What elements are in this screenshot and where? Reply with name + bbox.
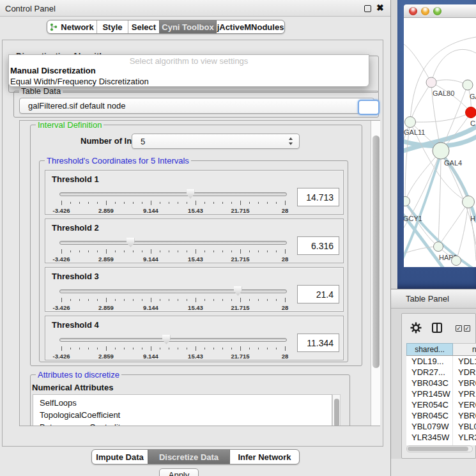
network-node[interactable] xyxy=(433,142,449,159)
columns-icon[interactable] xyxy=(432,323,442,333)
apply-button[interactable]: Apply xyxy=(159,468,199,476)
threshold-value-field[interactable]: 6.316 xyxy=(297,236,339,255)
network-node[interactable] xyxy=(463,80,473,90)
group-title: Interval Definition xyxy=(36,121,104,130)
threshold-4-slider[interactable]: -3.4262.8599.14415.4321.71528 xyxy=(59,335,287,360)
numerical-attributes-list[interactable]: SelfLoopsTopologicalCoefficientBetweenne… xyxy=(33,394,332,426)
stepper-icon xyxy=(289,137,293,145)
zoom-traffic-light-icon[interactable] xyxy=(433,7,441,15)
algorithm-combobox[interactable] xyxy=(358,100,380,115)
slider-thumb[interactable] xyxy=(127,238,135,247)
table-row[interactable]: YLR345WYLR3 xyxy=(406,432,476,443)
network-node[interactable] xyxy=(434,242,443,252)
minimize-traffic-light-icon[interactable] xyxy=(421,7,429,15)
column-header-name[interactable]: na xyxy=(453,343,476,355)
threshold-2-panel: Threshold 2 -3.4262.8599.14415.4321.7152… xyxy=(45,219,344,263)
slider-track[interactable] xyxy=(59,338,287,342)
cyni-toolbox-panel: Discretization Algorithm Table Data galF… xyxy=(2,40,383,447)
tab-style[interactable]: Style xyxy=(96,20,128,33)
table-body: YDL19...YDL1YDR27...YDR2YBR043CYBR0YPR14… xyxy=(406,356,476,445)
number-of-intervals-combobox[interactable]: 5 xyxy=(132,134,300,149)
settings-scrollbar[interactable] xyxy=(371,121,380,426)
tab-label: Select xyxy=(132,22,156,32)
slider-tick-labels: -3.4262.8599.14415.4321.71528 xyxy=(59,353,287,359)
scrollbar-thumb[interactable] xyxy=(372,135,380,368)
threshold-3-panel: Threshold 3 -3.4262.8599.14415.4321.7152… xyxy=(45,267,344,312)
close-icon[interactable]: ✖ xyxy=(376,3,384,13)
attribute-item[interactable]: SelfLoops xyxy=(33,397,332,409)
control-panel-window: Control Panel ✖ Network Style Select Cyn… xyxy=(0,0,391,476)
checkbox-icon[interactable]: ✓ xyxy=(456,325,462,332)
network-node[interactable] xyxy=(405,117,416,128)
threshold-label: Threshold 1 xyxy=(52,174,99,184)
tab-select[interactable]: Select xyxy=(128,20,159,33)
tick-label: 15.43 xyxy=(188,256,203,263)
group-title: Threshold's Coordinates for 5 Intervals xyxy=(45,156,191,165)
float-window-icon[interactable] xyxy=(364,5,371,12)
table-cell: YBL0 xyxy=(453,421,476,432)
tick-label: 9.144 xyxy=(143,304,158,311)
table-row[interactable]: YBR045CYBR0 xyxy=(406,410,476,421)
threshold-3-slider[interactable]: -3.4262.8599.14415.4321.71528 xyxy=(59,287,287,311)
settings-viewport: Interval Definition Number of Intervals … xyxy=(20,121,371,426)
slider-track[interactable] xyxy=(59,192,287,196)
settings-scrollpane: Interval Definition Number of Intervals … xyxy=(19,120,380,426)
slider-tick-labels: -3.4262.8599.14415.4321.71528 xyxy=(59,256,287,262)
threshold-label: Threshold 3 xyxy=(52,272,99,281)
threshold-value-field[interactable]: 11.344 xyxy=(297,334,339,352)
combobox-value: galFiltered.sif default node xyxy=(28,98,125,114)
dropdown-option-manual[interactable]: Manual Discretization xyxy=(9,65,369,76)
network-node[interactable] xyxy=(404,197,410,206)
tick-label: -3.426 xyxy=(53,353,70,360)
table-row[interactable]: YDL19...YDL1 xyxy=(406,356,476,367)
tab-discretize-data[interactable]: Discretize Data xyxy=(148,450,229,464)
network-canvas[interactable]: GAL80GACGAL11GAL4GCY1HHAP2 xyxy=(404,18,476,267)
gear-icon[interactable] xyxy=(410,322,422,334)
attributes-scrollbar[interactable] xyxy=(332,394,341,426)
slider-ticks xyxy=(59,298,287,303)
slider-thumb[interactable] xyxy=(162,335,171,344)
close-traffic-light-icon[interactable] xyxy=(409,7,417,15)
tab-label: Style xyxy=(102,22,122,32)
scrollbar-thumb[interactable] xyxy=(334,399,339,426)
tick-label: 21.715 xyxy=(231,353,249,360)
table-row[interactable]: YBL079WYBL0 xyxy=(406,421,476,432)
slider-track[interactable] xyxy=(59,289,287,293)
threshold-value-field[interactable]: 21.4 xyxy=(297,285,339,303)
tab-jactivemnodules[interactable]: jActiveMNodules xyxy=(216,20,284,33)
column-header-shared-name[interactable]: shared... xyxy=(406,343,453,355)
threshold-1-slider[interactable]: -3.4262.8599.14415.4321.71528 xyxy=(59,190,287,214)
tick-label: 28 xyxy=(282,353,289,360)
table-data-combobox[interactable]: galFiltered.sif default node xyxy=(19,98,374,114)
attribute-item[interactable]: BetweennessCentrality xyxy=(33,421,332,426)
tab-network[interactable]: Network xyxy=(47,20,96,33)
node-label: GAL11 xyxy=(404,128,425,136)
network-node[interactable] xyxy=(452,256,461,266)
dropdown-option-equal-width[interactable]: Equal Width/Frequency Discretization xyxy=(9,76,369,87)
tab-cyni-toolbox[interactable]: Cyni Toolbox xyxy=(159,20,216,33)
node-label: GCY1 xyxy=(404,215,422,222)
slider-thumb[interactable] xyxy=(234,286,242,296)
tab-infer-network[interactable]: Infer Network xyxy=(229,450,299,464)
table-row[interactable]: YBR043CYBR0 xyxy=(406,378,476,388)
node-label: GAL4 xyxy=(444,159,462,167)
checkbox-icon[interactable]: ✓ xyxy=(464,325,470,332)
slider-track[interactable] xyxy=(59,241,287,245)
network-node[interactable] xyxy=(426,77,436,88)
network-view-window: GAL80GACGAL11GAL4GCY1HHAP2 xyxy=(397,0,476,289)
table-row[interactable]: YDR27...YDR2 xyxy=(406,367,476,378)
slider-thumb[interactable] xyxy=(187,189,195,199)
attribute-item[interactable]: TopologicalCoefficient xyxy=(33,409,332,421)
network-node[interactable] xyxy=(463,196,475,208)
threshold-2-slider[interactable]: -3.4262.8599.14415.4321.71528 xyxy=(59,238,287,263)
table-horizontal-scrollbar[interactable] xyxy=(406,445,473,452)
network-node[interactable] xyxy=(466,107,476,118)
table-row[interactable]: YPR145WYPR1 xyxy=(406,388,476,399)
tab-impute-data[interactable]: Impute Data xyxy=(92,450,148,464)
threshold-value-field[interactable]: 14.713 xyxy=(297,188,339,206)
tick-label: 9.144 xyxy=(143,207,158,214)
table-row[interactable]: YER054CYER0 xyxy=(406,399,476,410)
scrollbar-thumb[interactable] xyxy=(408,447,468,451)
tick-label: 15.43 xyxy=(188,304,203,311)
table-header-row: shared... na xyxy=(406,343,476,356)
